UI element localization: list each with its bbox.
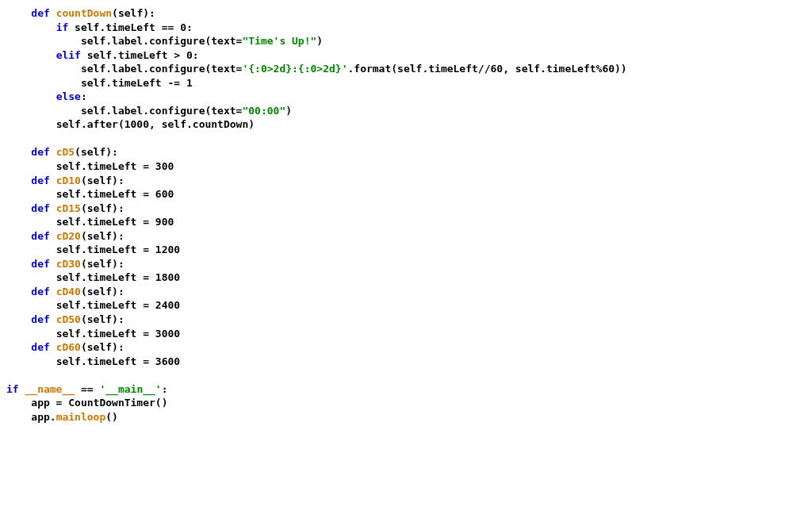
number-300: 300 bbox=[155, 160, 174, 172]
string-main: '__main__' bbox=[99, 383, 161, 395]
number-1200: 1200 bbox=[155, 244, 180, 255]
keyword-def: def bbox=[31, 146, 49, 158]
keyword-if: if bbox=[6, 383, 19, 395]
method-mainloop: mainloop bbox=[56, 411, 106, 423]
number-0: 0 bbox=[180, 21, 186, 33]
keyword-def: def bbox=[31, 341, 49, 353]
number-1: 1 bbox=[186, 77, 193, 89]
func-cD40: cD40 bbox=[56, 286, 81, 297]
string-zero: "00:00" bbox=[242, 105, 285, 117]
code-block: def countDown(self): if self.timeLeft ==… bbox=[6, 6, 806, 424]
number-600: 600 bbox=[155, 188, 174, 200]
number-900: 900 bbox=[155, 216, 174, 228]
number-0: 0 bbox=[186, 49, 193, 61]
func-cD10: cD10 bbox=[56, 175, 81, 186]
number-1000: 1000 bbox=[124, 118, 149, 130]
number-3000: 3000 bbox=[155, 328, 180, 340]
keyword-if: if bbox=[56, 21, 69, 33]
app-assign: app = CountDownTimer() bbox=[31, 397, 167, 409]
func-cD5: cD5 bbox=[56, 146, 75, 158]
func-cD30: cD30 bbox=[56, 258, 81, 270]
number-1800: 1800 bbox=[155, 271, 180, 283]
keyword-def: def bbox=[31, 175, 49, 186]
keyword-def: def bbox=[31, 313, 49, 325]
func-cD60: cD60 bbox=[56, 341, 81, 353]
keyword-else: else bbox=[56, 90, 81, 102]
number-60: 60 bbox=[491, 63, 504, 75]
func-cD50: cD50 bbox=[56, 313, 81, 325]
number-2400: 2400 bbox=[155, 299, 180, 311]
keyword-def: def bbox=[31, 258, 49, 270]
keyword-def: def bbox=[31, 230, 49, 242]
keyword-def: def bbox=[31, 202, 49, 214]
func-cD20: cD20 bbox=[56, 230, 81, 242]
dunder-name: __name__ bbox=[25, 383, 75, 395]
string-format: '{:0>2d}:{:0>2d}' bbox=[242, 63, 347, 75]
func-cD15: cD15 bbox=[56, 202, 81, 214]
number-60: 60 bbox=[602, 63, 615, 75]
keyword-elif: elif bbox=[56, 49, 81, 61]
keyword-def: def bbox=[31, 7, 49, 19]
keyword-def: def bbox=[31, 286, 49, 297]
number-3600: 3600 bbox=[155, 355, 180, 367]
string-times-up: "Time's Up!" bbox=[242, 35, 316, 47]
func-countDown: countDown bbox=[56, 7, 112, 19]
